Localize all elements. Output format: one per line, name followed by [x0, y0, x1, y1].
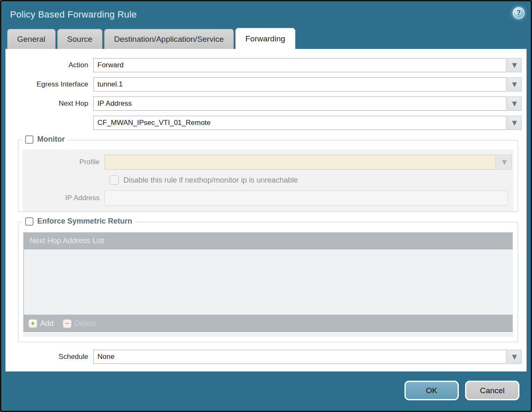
- next-hop-address-value[interactable]: CF_MWAN_IPsec_VTI_01_Remote: [93, 116, 506, 130]
- symmetric-return-title: Enforce Symmetric Return: [37, 217, 132, 226]
- delete-button-label: Delete: [74, 319, 96, 328]
- add-button[interactable]: + Add: [28, 319, 54, 328]
- disable-rule-row: Disable this rule if nexthop/monitor ip …: [110, 175, 514, 185]
- schedule-label: Schedule: [7, 353, 93, 361]
- next-hop-address-combo: CF_MWAN_IPsec_VTI_01_Remote ▼: [93, 116, 522, 130]
- monitor-ip-address-label: IP Address: [23, 194, 105, 202]
- chevron-down-icon: ▼: [512, 101, 517, 107]
- dialog-title: Policy Based Forwarding Rule: [10, 9, 137, 20]
- next-hop-address-row: CF_MWAN_IPsec_VTI_01_Remote ▼: [7, 116, 522, 130]
- monitor-profile-label: Profile: [23, 158, 105, 166]
- add-plus-icon: +: [28, 319, 37, 328]
- dialog-footer: OK Cancel: [404, 381, 519, 400]
- help-glyph: ?: [517, 9, 521, 17]
- monitor-profile-value: [105, 155, 496, 170]
- disable-rule-label: Disable this rule if nexthop/monitor ip …: [123, 176, 298, 185]
- delete-minus-icon: −: [63, 319, 72, 328]
- symmetric-return-fieldset: Enforce Symmetric Return Next Hop Addres…: [18, 222, 518, 342]
- next-hop-address-table-footer: + Add − Delete: [24, 315, 513, 332]
- action-row: Action Forward ▼: [7, 58, 522, 72]
- monitor-title: Monitor: [37, 135, 65, 144]
- next-hop-row: Next Hop IP Address ▼: [7, 97, 522, 111]
- chevron-down-icon: ▼: [512, 120, 517, 126]
- egress-interface-dropdown-button[interactable]: ▼: [507, 77, 522, 92]
- monitor-checkbox[interactable]: [25, 135, 33, 144]
- tab-label: General: [17, 35, 46, 44]
- tab-label: Destination/Application/Service: [114, 35, 224, 44]
- chevron-down-icon: ▼: [512, 62, 517, 69]
- disable-rule-checkbox: [110, 175, 119, 185]
- next-hop-combo: IP Address ▼: [93, 97, 522, 111]
- monitor-panel: Profile ▼ Disable this rule if nexthop/m…: [23, 150, 514, 211]
- cancel-button[interactable]: Cancel: [465, 381, 519, 400]
- action-combo: Forward ▼: [93, 58, 522, 72]
- policy-based-forwarding-dialog: Policy Based Forwarding Rule ? General S…: [0, 0, 532, 412]
- chevron-down-icon: ▼: [512, 354, 517, 360]
- egress-interface-combo: tunnel.1 ▼: [93, 77, 522, 92]
- tab-source[interactable]: Source: [57, 29, 102, 49]
- action-value[interactable]: Forward: [93, 58, 506, 72]
- tab-forwarding[interactable]: Forwarding: [235, 28, 295, 49]
- schedule-row: Schedule None ▼: [7, 350, 522, 364]
- next-hop-address-table: Next Hop Address List + Add − Delete: [23, 232, 513, 332]
- monitor-legend: Monitor: [22, 135, 68, 144]
- monitor-profile-row: Profile ▼: [23, 155, 514, 170]
- delete-button: − Delete: [63, 319, 96, 328]
- next-hop-address-dropdown-button[interactable]: ▼: [507, 116, 522, 130]
- egress-interface-label: Egress Interface: [7, 80, 93, 89]
- monitor-profile-dropdown-button: ▼: [497, 155, 512, 170]
- schedule-combo: None ▼: [93, 350, 522, 364]
- monitor-fieldset: Monitor Profile ▼ Disable this rule if n…: [18, 140, 518, 212]
- symmetric-return-legend: Enforce Symmetric Return: [22, 217, 136, 226]
- chevron-down-icon: ▼: [512, 81, 517, 88]
- action-dropdown-button[interactable]: ▼: [507, 58, 522, 72]
- schedule-dropdown-button[interactable]: ▼: [507, 350, 522, 364]
- dialog-titlebar: Policy Based Forwarding Rule ?: [1, 1, 531, 28]
- tab-label: Forwarding: [246, 34, 285, 43]
- next-hop-dropdown-button[interactable]: ▼: [507, 97, 522, 111]
- tab-destination-application-service[interactable]: Destination/Application/Service: [104, 29, 234, 49]
- monitor-ip-address-input: [105, 191, 508, 206]
- next-hop-value[interactable]: IP Address: [93, 97, 506, 111]
- next-hop-label: Next Hop: [7, 99, 93, 108]
- schedule-value[interactable]: None: [93, 350, 506, 364]
- egress-interface-row: Egress Interface tunnel.1 ▼: [7, 77, 522, 92]
- symmetric-return-checkbox[interactable]: [25, 217, 33, 226]
- tab-bar: General Source Destination/Application/S…: [1, 28, 531, 49]
- table-bottom-strip: [23, 333, 513, 337]
- ok-button[interactable]: OK: [404, 381, 459, 400]
- chevron-down-icon: ▼: [502, 159, 507, 165]
- monitor-ip-address-row: IP Address: [23, 191, 514, 206]
- help-icon[interactable]: ?: [513, 7, 524, 19]
- next-hop-address-list-column: Next Hop Address List: [30, 237, 104, 245]
- next-hop-address-table-body[interactable]: [24, 249, 513, 315]
- action-label: Action: [7, 61, 93, 69]
- tab-label: Source: [67, 35, 92, 44]
- egress-interface-value[interactable]: tunnel.1: [93, 77, 506, 92]
- tab-content-forwarding: Action Forward ▼ Egress Interface tunnel…: [5, 49, 527, 371]
- next-hop-address-table-header: Next Hop Address List: [24, 232, 513, 249]
- add-button-label: Add: [40, 319, 54, 328]
- monitor-profile-combo: ▼: [105, 155, 512, 170]
- tab-general[interactable]: General: [7, 29, 56, 49]
